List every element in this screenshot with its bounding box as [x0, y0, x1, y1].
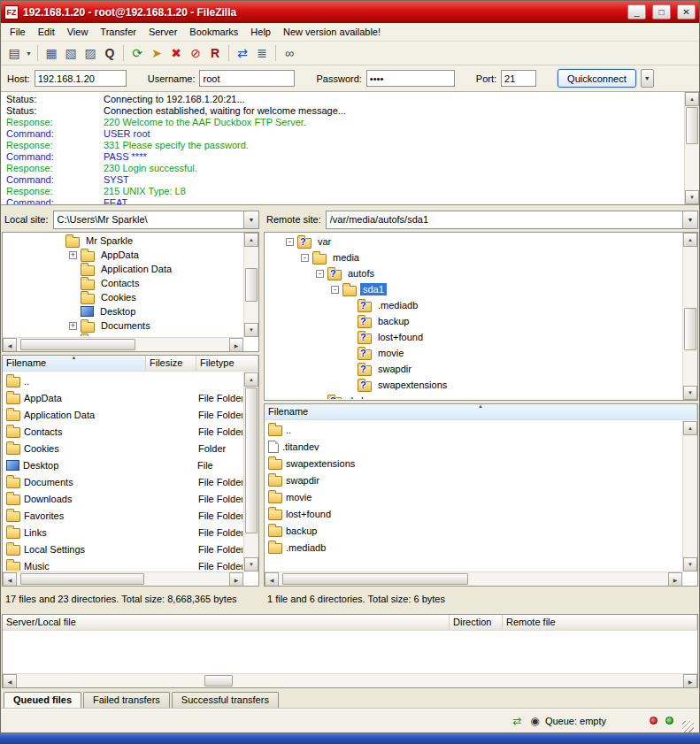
filter-active-icon[interactable]: ◉ [527, 715, 542, 727]
menu-item-new-version[interactable]: New version available! [277, 25, 387, 39]
scroll-up-icon[interactable]: ▲ [683, 233, 697, 247]
scroll-down-icon[interactable]: ▼ [685, 190, 699, 204]
file-row[interactable]: backup [265, 522, 681, 539]
scrollbar-thumb[interactable] [245, 268, 258, 302]
tree-item[interactable]: -var [265, 234, 681, 249]
tree-expander[interactable]: - [286, 238, 294, 246]
file-row[interactable]: CookiesFolder [4, 440, 242, 456]
remote-site-input[interactable] [327, 211, 682, 228]
titlebar[interactable]: FZ 192.168.1.20 - root@192.168.1.20 - Fi… [1, 1, 699, 23]
directory-comparison-icon[interactable]: ⇄ [233, 43, 252, 63]
log-scrollbar[interactable]: ▲ ▼ [684, 92, 699, 204]
scrollbar-thumb[interactable] [20, 339, 135, 350]
remote-site-combo[interactable]: ▼ [326, 211, 698, 229]
reconnect-icon[interactable]: R [205, 43, 225, 63]
scroll-left-icon[interactable]: ◀ [3, 338, 17, 352]
file-row[interactable]: DocumentsFile Folder [4, 473, 242, 490]
tree-item[interactable]: Application Data [4, 262, 242, 276]
scrollbar-thumb[interactable] [684, 308, 696, 350]
menu-item-help[interactable]: Help [244, 25, 277, 39]
file-row[interactable]: DesktopFile [4, 456, 242, 473]
process-queue-icon[interactable]: ➤ [147, 43, 166, 63]
tab-failed-transfers[interactable]: Failed transfers [83, 692, 170, 708]
column-header-filename[interactable]: ▲Filename [3, 356, 146, 371]
file-row[interactable]: DownloadsFile Folder [4, 490, 242, 507]
scroll-left-icon[interactable]: ◀ [3, 674, 17, 688]
scroll-up-icon[interactable]: ▲ [244, 372, 258, 387]
scroll-up-icon[interactable]: ▲ [685, 92, 699, 106]
tree-expander[interactable]: - [331, 286, 339, 294]
tree-item[interactable]: +Documents [4, 318, 242, 333]
site-manager-icon[interactable]: ▤ [4, 43, 24, 63]
host-input[interactable] [35, 70, 127, 87]
toggle-local-tree-icon[interactable]: ▧ [61, 43, 81, 63]
username-input[interactable] [199, 70, 295, 87]
file-row[interactable]: lost+found [265, 505, 681, 522]
file-row[interactable]: MusicFile Folder [4, 557, 242, 571]
column-header-filesize[interactable]: Filesize [146, 356, 196, 371]
combo-dropdown-icon[interactable]: ▼ [243, 211, 258, 228]
file-row[interactable]: AppDataFile Folder [4, 389, 242, 406]
quickconnect-dropdown-icon[interactable]: ▼ [641, 69, 654, 88]
local-list-vscrollbar[interactable]: ▲ ▼ [243, 372, 258, 571]
tree-item[interactable]: Cookies [4, 290, 242, 304]
tree-item[interactable]: dvd [265, 393, 681, 399]
scroll-right-icon[interactable]: ▶ [229, 338, 243, 352]
toggle-queue-icon[interactable]: Q [100, 43, 119, 63]
scroll-left-icon[interactable]: ◀ [265, 572, 279, 587]
file-row[interactable]: .mediadb [265, 539, 681, 556]
column-header-filetype[interactable]: Filetype [196, 356, 258, 371]
tab-successful-transfers[interactable]: Successful transfers [172, 692, 279, 708]
close-button[interactable]: ✕ [677, 4, 696, 19]
scroll-down-icon[interactable]: ▼ [683, 386, 697, 400]
tree-item[interactable]: lost+found [265, 329, 681, 345]
tree-item[interactable]: Contacts [4, 276, 242, 290]
scroll-down-icon[interactable]: ▼ [244, 323, 258, 337]
scrollbar-thumb[interactable] [245, 387, 258, 533]
column-header-remote-file[interactable]: Remote file [503, 615, 697, 630]
file-row[interactable]: .titandev [265, 438, 681, 455]
tree-item[interactable]: Downloads [4, 333, 242, 336]
local-tree-vscrollbar[interactable]: ▲ ▼ [243, 233, 258, 337]
menu-item-server[interactable]: Server [142, 25, 183, 39]
file-row[interactable]: movie [265, 488, 681, 505]
tree-item[interactable]: -media [265, 249, 681, 265]
resize-grip[interactable] [682, 721, 694, 732]
file-row[interactable]: FavoritesFile Folder [4, 507, 242, 524]
tree-item-selected[interactable]: -sda1 [265, 281, 681, 297]
disconnect-icon[interactable]: ⊘ [186, 43, 205, 63]
toggle-message-log-icon[interactable]: ▦ [42, 43, 61, 63]
tree-expander[interactable]: + [69, 322, 77, 330]
password-input[interactable] [366, 70, 455, 87]
scrollbar-thumb[interactable] [686, 107, 698, 144]
local-site-combo[interactable]: ▼ [53, 211, 259, 229]
local-tree-hscrollbar[interactable]: ◀ ▶ [3, 337, 243, 351]
speed-limits-icon[interactable]: ⇄ [510, 715, 525, 727]
remote-list-vscrollbar[interactable]: ▲ ▼ [682, 421, 697, 571]
find-files-icon[interactable]: ∞ [280, 43, 299, 63]
scroll-down-icon[interactable]: ▼ [244, 557, 258, 571]
queue-hscrollbar[interactable]: ◀ ▶ [3, 673, 697, 687]
file-row[interactable]: ContactsFile Folder [4, 423, 242, 440]
site-manager-dropdown-icon[interactable]: ▼ [24, 43, 34, 63]
scrollbar-thumb[interactable] [20, 573, 144, 585]
tree-item[interactable]: +AppData [4, 248, 242, 262]
cancel-icon[interactable]: ✖ [166, 43, 186, 63]
column-header-filename[interactable]: ▲Filename [265, 404, 697, 419]
scroll-up-icon[interactable]: ▲ [244, 233, 258, 247]
file-row[interactable]: LinksFile Folder [4, 524, 242, 541]
local-site-input[interactable] [54, 211, 243, 228]
sync-browsing-icon[interactable]: ≣ [252, 43, 272, 63]
tree-item[interactable]: movie [265, 345, 681, 361]
file-row[interactable]: swapdir [265, 472, 681, 488]
menu-item-transfer[interactable]: Transfer [94, 25, 142, 39]
file-row[interactable]: Local SettingsFile Folder [4, 541, 242, 557]
menu-item-view[interactable]: View [61, 25, 95, 39]
scroll-right-icon[interactable]: ▶ [683, 674, 697, 688]
scroll-down-icon[interactable]: ▼ [683, 557, 697, 571]
file-row[interactable]: .. [4, 372, 242, 389]
menu-item-edit[interactable]: Edit [32, 25, 61, 39]
tree-item[interactable]: Mr Sparkle [4, 234, 242, 248]
scrollbar-thumb[interactable] [282, 573, 468, 585]
scroll-right-icon[interactable]: ▶ [229, 572, 243, 587]
